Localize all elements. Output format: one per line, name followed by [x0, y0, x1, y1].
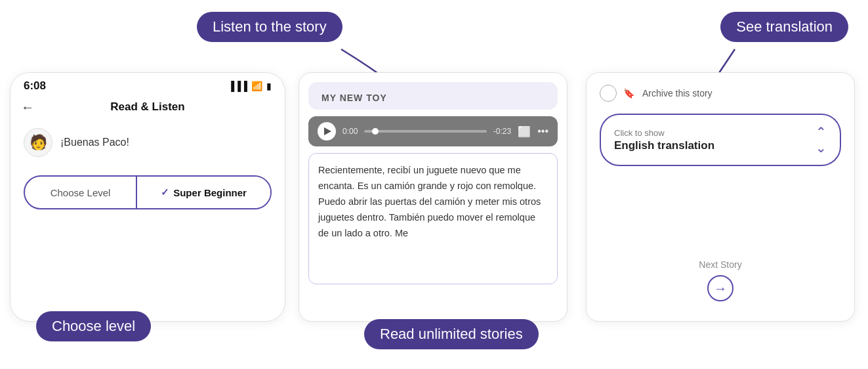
translation-box[interactable]: Click to show English translation ⌃⌄: [600, 114, 841, 166]
back-button[interactable]: ←: [21, 100, 34, 115]
archive-row: 🔖 Archive this story: [600, 85, 841, 102]
audio-scrubber: [372, 128, 379, 135]
play-button[interactable]: [318, 122, 336, 141]
tooltip-unlimited: Read unlimited stories: [364, 319, 539, 349]
avatar: 🧑: [24, 128, 52, 157]
level-placeholder: Choose Level: [25, 177, 137, 208]
check-icon: ✓: [161, 186, 169, 198]
archive-radio[interactable]: [600, 85, 617, 102]
story-text: Recientemente, recibí un juguete nuevo q…: [318, 163, 548, 242]
level-selector-row: Choose Level ✓ Super Beginner: [10, 165, 285, 220]
phone-panel: 6:08 ▐▐▐ 📶 ▮ ← Read & Listen 🧑 ¡Buenas P…: [10, 72, 285, 322]
tooltip-level: Choose level: [36, 311, 151, 341]
next-story-button[interactable]: →: [707, 275, 734, 301]
archive-label: Archive this story: [642, 88, 713, 98]
tooltip-translation: See translation: [720, 12, 848, 42]
phone-time: 6:08: [24, 79, 46, 93]
audio-time-start: 0:00: [342, 127, 358, 136]
scene: Listen to the story See translation Choo…: [0, 0, 868, 369]
greeting-text: ¡Buenas Paco!: [60, 137, 129, 148]
translation-panel: 🔖 Archive this story Click to show Engli…: [586, 72, 855, 322]
play-icon: [324, 127, 331, 135]
story-panel: MY NEW TOY 0:00 -0:23 ⬜ ••• Recientement…: [299, 72, 568, 322]
audio-time-end: -0:23: [493, 127, 511, 136]
character-row: 🧑 ¡Buenas Paco!: [10, 120, 285, 165]
story-title: MY NEW TOY: [321, 93, 545, 103]
phone-icons: ▐▐▐ 📶 ▮: [228, 81, 272, 91]
signal-icon: ▐▐▐: [228, 81, 247, 91]
level-selector[interactable]: Choose Level ✓ Super Beginner: [24, 175, 272, 209]
next-story-section: Next Story →: [587, 259, 854, 301]
bookmark-icon: 🔖: [623, 88, 634, 98]
chevron-updown-icon: ⌃⌄: [816, 124, 827, 156]
translation-click-label: Click to show: [614, 128, 714, 138]
translation-text-block: Click to show English translation: [614, 128, 714, 152]
next-story-label: Next Story: [699, 259, 741, 270]
phone-nav: ← Read & Listen: [10, 97, 285, 120]
audio-progress-bar[interactable]: [364, 130, 486, 133]
audio-player[interactable]: 0:00 -0:23 ⬜ •••: [308, 116, 558, 146]
story-text-area: Recientemente, recibí un juguete nuevo q…: [308, 153, 558, 284]
status-bar: 6:08 ▐▐▐ 📶 ▮: [10, 73, 285, 97]
battery-icon: ▮: [266, 81, 272, 91]
level-selected: ✓ Super Beginner: [137, 177, 270, 208]
tooltip-listen: Listen to the story: [197, 12, 342, 42]
nav-title: Read & Listen: [110, 100, 184, 114]
story-title-area: MY NEW TOY: [308, 82, 558, 110]
more-icon[interactable]: •••: [537, 125, 548, 137]
screen-icon: ⬜: [518, 125, 531, 138]
wifi-icon: 📶: [251, 81, 262, 91]
translation-lang-label: English translation: [614, 139, 714, 152]
